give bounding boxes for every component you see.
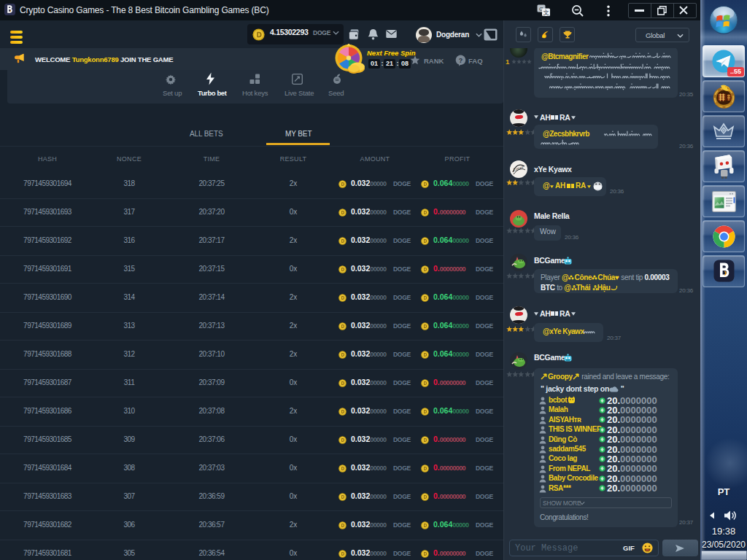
svg-text:?: ?: [459, 57, 462, 64]
svg-text:Loser: Loser: [511, 164, 525, 173]
svg-text:文: 文: [543, 9, 549, 16]
